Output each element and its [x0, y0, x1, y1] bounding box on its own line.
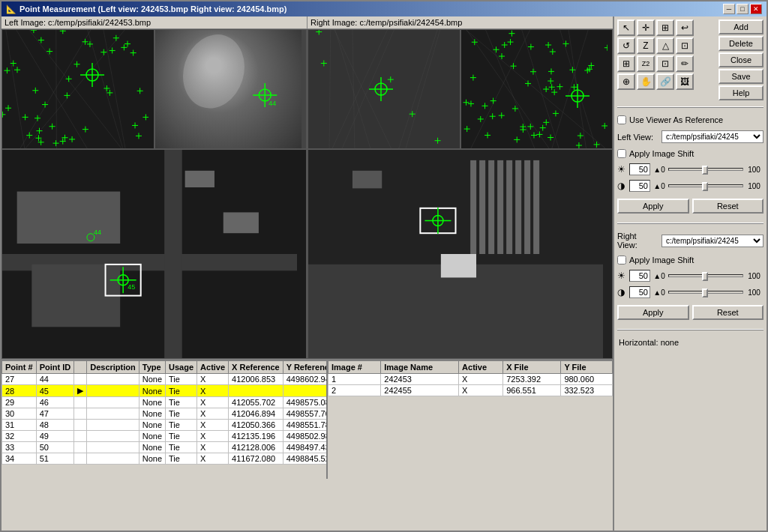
- grid-tool[interactable]: ⊡: [676, 37, 694, 54]
- right-bottom-image[interactable]: [308, 149, 613, 359]
- left-contrast-thumb[interactable]: [702, 182, 708, 191]
- right-contrast-input[interactable]: [629, 286, 650, 298]
- left-brightness-input[interactable]: [629, 163, 650, 175]
- left-brightness-thumb[interactable]: [702, 166, 708, 175]
- cell-usage: Tie: [166, 453, 197, 465]
- right-brightness-thumb[interactable]: [702, 272, 708, 281]
- cell-desc: [87, 374, 140, 385]
- add-point-tool[interactable]: ✛: [637, 19, 655, 36]
- close-button[interactable]: ✕: [750, 4, 762, 14]
- cell-y-file: 332.523: [561, 385, 613, 396]
- cell-point-num: 32: [2, 431, 37, 442]
- left-apply-reset-row: Apply Reset: [617, 199, 764, 214]
- right-brightness-input[interactable]: [629, 270, 650, 282]
- table-row[interactable]: 29 46 None Tie X 412055.702 4498575.080: [2, 397, 328, 408]
- help-button[interactable]: Help: [718, 85, 764, 100]
- left-contrast-offset: ▲0: [652, 182, 667, 190]
- col-x-file: X File: [503, 361, 561, 374]
- add-button[interactable]: Add: [718, 19, 764, 34]
- cell-point-num: 33: [2, 442, 37, 453]
- hand-tool[interactable]: ✋: [637, 73, 655, 90]
- right-shift-checkbox[interactable]: [617, 256, 626, 265]
- save-button[interactable]: Save: [718, 69, 764, 84]
- image-labels-row: Left Image: c:/temp/psifiaki/242453.bmp …: [2, 16, 613, 29]
- cell-arrow: [74, 420, 87, 431]
- undo-tool[interactable]: ↩: [676, 19, 694, 36]
- right-apply-button[interactable]: Apply: [617, 305, 689, 320]
- left-reset-button[interactable]: Reset: [692, 199, 764, 214]
- left-contrast-track[interactable]: [668, 184, 743, 187]
- title-bar-buttons: ─ □ ✕: [723, 4, 762, 14]
- cell-type: None: [139, 397, 165, 408]
- left-brightness-track[interactable]: [668, 168, 743, 171]
- left-top-image[interactable]: [2, 29, 154, 149]
- image-table-row[interactable]: 2 242455 X 966.551 332.523: [328, 385, 613, 396]
- cell-type: None: [139, 420, 165, 431]
- right-contrast-offset: ▲0: [652, 288, 667, 297]
- right-view-select[interactable]: c:/temp/psifiaki/24245: [662, 235, 764, 247]
- cell-usage: Tie: [166, 431, 197, 442]
- triangle-tool[interactable]: △: [656, 37, 674, 54]
- right-reset-button[interactable]: Reset: [692, 305, 764, 320]
- delete-button[interactable]: Delete: [718, 36, 764, 51]
- left-apply-button[interactable]: Apply: [617, 199, 689, 214]
- right-brightness-offset: ▲0: [652, 272, 667, 280]
- cell-point-num: 31: [2, 420, 37, 431]
- right-top-image[interactable]: [308, 29, 460, 149]
- col-img-active: Active: [459, 361, 503, 374]
- left-shift-label: Apply Image Shift: [629, 149, 694, 158]
- table-row[interactable]: 27 44 None Tie X 412006.853 4498602.945: [2, 374, 328, 385]
- right-top-right-image[interactable]: [460, 29, 614, 149]
- left-brightness-row: ☀ ▲0 100: [617, 163, 764, 175]
- left-shift-checkbox[interactable]: [617, 149, 626, 158]
- close-btn[interactable]: Close: [718, 52, 764, 67]
- cell-point-id: 47: [36, 408, 74, 420]
- select-tool[interactable]: ↖: [617, 19, 635, 36]
- main-content: Left Image: c:/temp/psifiaki/242453.bmp …: [2, 16, 766, 531]
- cell-point-num: 29: [2, 397, 37, 408]
- cell-img-num: 1: [328, 374, 381, 385]
- title-bar: 📐 Point Measurement (Left view: 242453.b…: [2, 1, 766, 16]
- point-table-container[interactable]: Point # Point ID Description Type Usage …: [2, 360, 328, 479]
- select2-tool[interactable]: ⊡: [656, 55, 674, 72]
- cell-usage: Tie: [166, 442, 197, 453]
- left-view-select[interactable]: c:/temp/psifiaki/24245: [662, 130, 764, 143]
- table-row[interactable]: 31 48 None Tie X 412050.366 4498551.789: [2, 420, 328, 431]
- image-table-row[interactable]: 1 242453 X 7253.392 980.060: [328, 374, 613, 385]
- cell-desc: [87, 420, 140, 431]
- cell-point-id: 48: [36, 420, 74, 431]
- zoom-tool[interactable]: Z: [637, 37, 655, 54]
- table-row[interactable]: 30 47 None Tie X 412046.894 4498557.704: [2, 408, 328, 420]
- right-contrast-track[interactable]: [668, 291, 743, 294]
- left-contrast-input[interactable]: [629, 180, 650, 192]
- copy-tool[interactable]: ⊞: [656, 19, 674, 36]
- table-row[interactable]: 34 51 None Tie X 411672.080 4498845.523: [2, 453, 328, 465]
- image-table-container[interactable]: Image # Image Name Active X File Y File …: [328, 360, 613, 479]
- maximize-button[interactable]: □: [736, 4, 748, 14]
- link-tool[interactable]: 🔗: [656, 73, 674, 90]
- left-bottom-image[interactable]: [2, 149, 308, 359]
- pan-tool[interactable]: ⊕: [617, 73, 635, 90]
- app-icon: 📐: [6, 4, 16, 14]
- col-point-id: Point ID: [36, 361, 74, 374]
- use-viewer-checkbox[interactable]: [617, 115, 626, 124]
- right-shift-row: Apply Image Shift: [617, 256, 764, 265]
- cell-x-ref: 411672.080: [229, 453, 284, 465]
- right-contrast-thumb[interactable]: [702, 288, 708, 297]
- pencil-tool[interactable]: ✏: [676, 55, 694, 72]
- cell-point-id: 46: [36, 397, 74, 408]
- cell-img-name: 242455: [381, 385, 459, 396]
- minimize-button[interactable]: ─: [723, 4, 735, 14]
- image-tool[interactable]: 🖼: [676, 73, 694, 90]
- table-row[interactable]: 28 45 ▶ None Tie X: [2, 385, 328, 397]
- zoom2-tool[interactable]: Z2: [637, 55, 655, 72]
- right-shift-label: Apply Image Shift: [629, 256, 694, 265]
- left-bottom-top-image[interactable]: [154, 29, 308, 149]
- right-contrast-max: 100: [745, 288, 764, 297]
- rotate-tool[interactable]: ↺: [617, 37, 635, 54]
- right-view-label: Right View:: [617, 232, 658, 250]
- table-row[interactable]: 33 50 None Tie X 412128.006 4498497.435: [2, 442, 328, 453]
- right-brightness-track[interactable]: [668, 274, 743, 277]
- measure-tool[interactable]: ⊞: [617, 55, 635, 72]
- table-row[interactable]: 32 49 None Tie X 412135.196 4498502.984: [2, 431, 328, 442]
